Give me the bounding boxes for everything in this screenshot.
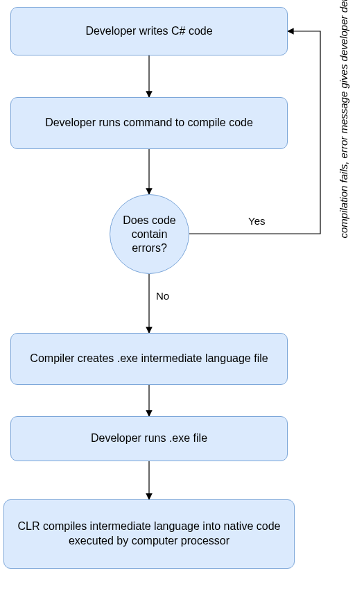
node-create-il-file-label: Compiler creates .exe intermediate langu… [30,352,268,366]
edge-label-no: No [156,290,169,302]
node-run-exe-label: Developer runs .exe file [91,431,207,446]
edge-label-yes: Yes [248,215,265,227]
node-decision-errors: Does code contain errors? [110,194,189,274]
edge-label-fail: compilation fails, error message gives d… [338,17,349,239]
node-clr-native: CLR compiles intermediate language into … [3,499,295,569]
node-write-code: Developer writes C# code [10,7,288,55]
node-write-code-label: Developer writes C# code [85,24,212,39]
node-decision-errors-label: Does code contain errors? [117,214,182,255]
node-run-compile-label: Developer runs command to compile code [45,116,253,130]
node-run-compile: Developer runs command to compile code [10,97,288,149]
node-create-il-file: Compiler creates .exe intermediate langu… [10,333,288,385]
node-clr-native-label: CLR compiles intermediate language into … [12,519,286,549]
flowchart-canvas: Developer writes C# code Developer runs … [0,0,364,593]
node-run-exe: Developer runs .exe file [10,416,288,461]
